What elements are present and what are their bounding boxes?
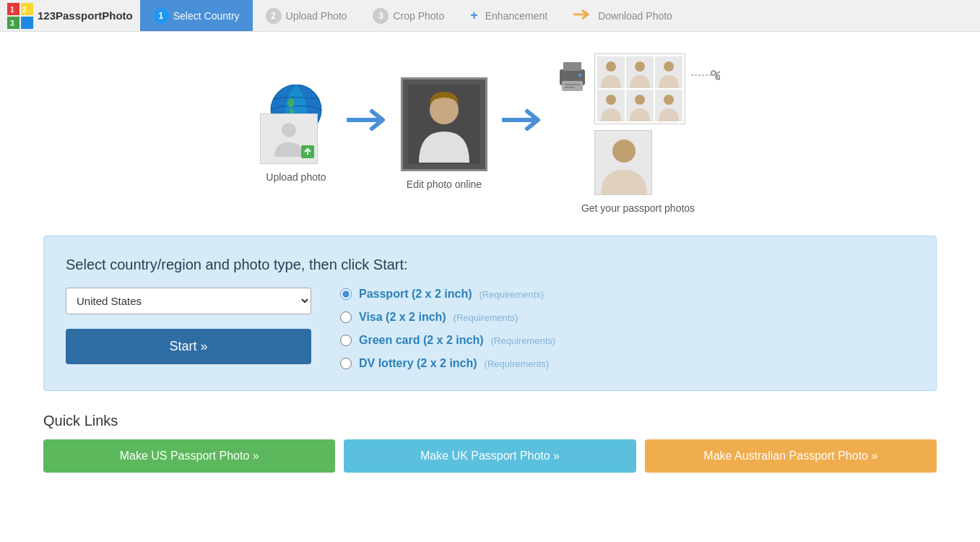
upload-arrow-icon: [301, 145, 314, 158]
header: 1 2 3 123PassportPhoto 1 Select Country …: [0, 0, 980, 32]
svg-point-9: [282, 123, 296, 137]
photo-type-label-greencard[interactable]: Green card (2 x 2 inch): [359, 334, 484, 347]
workflow-label-edit: Edit photo online: [407, 178, 482, 190]
quick-links-title: Quick Links: [43, 413, 937, 429]
logo-area[interactable]: 1 2 3 123PassportPhoto: [7, 3, 133, 29]
workflow-arrow-2: [502, 106, 542, 141]
selection-title: Select country/region and photo type, th…: [66, 257, 914, 273]
photo-type-label-dv[interactable]: DV lottery (2 x 2 inch): [359, 357, 477, 370]
arrow-icon: [573, 8, 591, 23]
scissors-dashed-line: [691, 68, 720, 82]
svg-rect-17: [565, 87, 575, 88]
photo-type-dv: DV lottery (2 x 2 inch) (Requirements): [340, 357, 555, 370]
radio-dv[interactable]: [340, 358, 352, 369]
passport-thumb: [597, 56, 625, 88]
workflow-step-upload: Upload photo: [260, 85, 332, 183]
radio-greencard[interactable]: [340, 335, 352, 346]
svg-rect-16: [565, 84, 580, 85]
requirements-link-dv[interactable]: (Requirements): [485, 358, 550, 369]
workflow-label-upload: Upload photo: [266, 171, 326, 183]
svg-rect-3: [21, 17, 33, 29]
radio-passport[interactable]: [340, 288, 352, 300]
svg-point-18: [578, 74, 581, 77]
passport-thumb: [655, 90, 682, 121]
quick-link-us[interactable]: Make US Passport Photo »: [43, 439, 335, 473]
workflow-step-result: Get your passport photos: [556, 53, 720, 214]
upload-icon-wrapper: [260, 85, 332, 164]
step-label-enhancement: Enhancement: [485, 10, 547, 22]
svg-point-20: [606, 61, 616, 72]
plus-icon: +: [470, 8, 478, 23]
svg-point-26: [606, 95, 616, 105]
country-select[interactable]: United States Canada United Kingdom Aust…: [66, 288, 311, 314]
workflow-diagram: Upload photo Edit photo online: [43, 53, 937, 214]
selection-box: Select country/region and photo type, th…: [43, 236, 937, 391]
nav-step-enhancement[interactable]: + Enhancement: [457, 0, 560, 31]
start-button[interactable]: Start »: [66, 329, 311, 364]
step-label-1: Select Country: [173, 10, 240, 22]
edit-photo-placeholder: [401, 77, 487, 171]
passport-thumb: [626, 56, 654, 88]
photo-type-visa: Visa (2 x 2 inch) (Requirements): [340, 311, 555, 324]
printer-icon: [556, 61, 589, 93]
nav-step-upload-photo[interactable]: 2 Upload Photo: [253, 0, 360, 31]
nav-step-select-country[interactable]: 1 Select Country: [140, 0, 253, 31]
photo-type-passport: Passport (2 x 2 inch) (Requirements): [340, 288, 555, 301]
step-circle-1: 1: [153, 8, 169, 24]
svg-point-30: [664, 95, 674, 105]
workflow-label-result: Get your passport photos: [581, 202, 695, 214]
workflow-arrow-1: [347, 106, 386, 141]
svg-point-24: [664, 61, 674, 72]
photo-types: Passport (2 x 2 inch) (Requirements) Vis…: [340, 288, 555, 370]
workflow-step-edit: Edit photo online: [401, 77, 487, 190]
step-label-3: Crop Photo: [393, 10, 444, 22]
svg-rect-14: [563, 62, 581, 71]
photo-type-label-passport[interactable]: Passport (2 x 2 inch): [359, 288, 472, 301]
photo-type-label-visa[interactable]: Visa (2 x 2 inch): [359, 311, 446, 324]
step-label-2: Upload Photo: [286, 10, 347, 22]
selection-content: United States Canada United Kingdom Aust…: [66, 288, 914, 370]
passport-thumb: [655, 56, 682, 88]
svg-point-22: [635, 61, 645, 72]
logo-text: 123PassportPhoto: [38, 9, 133, 22]
passport-thumb: [597, 90, 625, 121]
country-select-wrapper: United States Canada United Kingdom Aust…: [66, 288, 311, 364]
svg-point-37: [612, 139, 636, 163]
logo-icon: 1 2 3: [7, 3, 33, 29]
svg-point-28: [635, 95, 645, 105]
main-content: Upload photo Edit photo online: [0, 32, 980, 494]
quick-link-au[interactable]: Make Australian Passport Photo »: [645, 439, 937, 473]
quick-links-row: Make US Passport Photo » Make UK Passpor…: [43, 439, 937, 473]
nav-step-crop-photo[interactable]: 3 Crop Photo: [360, 0, 457, 31]
step-circle-2: 2: [266, 8, 282, 24]
passport-single: [594, 130, 652, 195]
nav-step-download[interactable]: Download Photo: [560, 0, 685, 31]
svg-text:2: 2: [22, 6, 27, 14]
svg-rect-15: [562, 81, 583, 91]
quick-links-section: Quick Links Make US Passport Photo » Mak…: [43, 413, 937, 473]
svg-text:1: 1: [10, 6, 14, 14]
step-circle-3: 3: [373, 8, 389, 24]
requirements-link-passport[interactable]: (Requirements): [480, 289, 545, 300]
photo-type-greencard: Green card (2 x 2 inch) (Requirements): [340, 334, 555, 347]
requirements-link-visa[interactable]: (Requirements): [454, 312, 519, 323]
radio-visa[interactable]: [340, 311, 352, 323]
quick-link-uk[interactable]: Make UK Passport Photo »: [344, 439, 636, 473]
svg-text:3: 3: [10, 20, 14, 27]
step-label-download: Download Photo: [598, 10, 672, 22]
upload-photo-preview: [260, 113, 318, 164]
passport-thumb: [626, 90, 654, 121]
nav-steps: 1 Select Country 2 Upload Photo 3 Crop P…: [140, 0, 685, 31]
requirements-link-greencard[interactable]: (Requirements): [491, 335, 556, 346]
edit-photo-person: [408, 85, 480, 164]
